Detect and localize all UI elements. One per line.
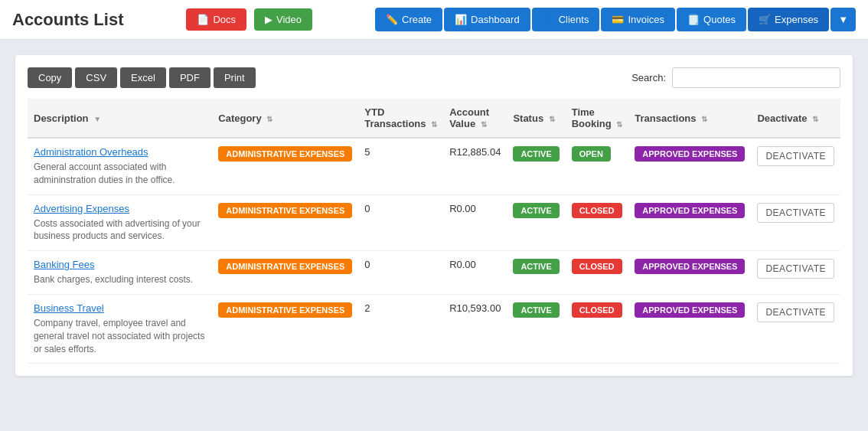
- page-title: Accounts List: [12, 10, 123, 30]
- pdf-button[interactable]: PDF: [169, 67, 210, 88]
- quotes-icon: 🗒️: [687, 14, 700, 25]
- category-badge: ADMINISTRATIVE EXPENSES: [218, 146, 352, 162]
- time-booking-badge: OPEN: [572, 146, 611, 162]
- cell-transactions: APPROVED EXPENSES: [628, 251, 751, 295]
- cell-value: R0.00: [443, 194, 507, 251]
- accounts-card: Copy CSV Excel PDF Print Search: Descrip…: [15, 55, 853, 376]
- cell-description: Business Travel Company travel, employee…: [28, 294, 212, 363]
- cell-deactivate: DEACTIVATE: [751, 251, 840, 295]
- account-description: Bank charges, excluding interest costs.: [34, 274, 193, 285]
- dashboard-icon: 📊: [455, 14, 467, 25]
- expenses-button[interactable]: 🛒 Expenses: [748, 8, 829, 31]
- cell-ytd: 2: [358, 294, 443, 363]
- docs-label: Docs: [213, 14, 236, 25]
- sort-icon: ⇅: [812, 115, 818, 123]
- cell-time-booking: CLOSED: [566, 294, 629, 363]
- col-description: Description ▼: [28, 99, 212, 138]
- docs-icon: 📄: [197, 14, 209, 25]
- account-link[interactable]: Banking Fees: [34, 259, 206, 270]
- col-status: Status ⇅: [507, 99, 565, 138]
- copy-button[interactable]: Copy: [28, 67, 72, 88]
- cell-time-booking: CLOSED: [566, 251, 629, 295]
- cell-ytd: 0: [358, 251, 443, 295]
- transactions-badge: APPROVED EXPENSES: [635, 302, 745, 318]
- invoices-button[interactable]: 💳 Invoices: [601, 8, 675, 31]
- main-content: Copy CSV Excel PDF Print Search: Descrip…: [0, 40, 868, 391]
- docs-button[interactable]: 📄 Docs: [186, 8, 246, 31]
- transactions-badge: APPROVED EXPENSES: [635, 146, 745, 162]
- sort-icon: ⇅: [616, 120, 622, 129]
- create-button[interactable]: ✏️ Create: [375, 8, 442, 31]
- cell-status: ACTIVE: [507, 138, 565, 194]
- clients-icon: 👤: [543, 14, 555, 25]
- cell-time-booking: OPEN: [566, 138, 629, 194]
- video-label: Video: [276, 14, 302, 25]
- col-category: Category ⇅: [212, 99, 358, 138]
- cell-time-booking: CLOSED: [566, 194, 629, 251]
- deactivate-button[interactable]: DEACTIVATE: [757, 203, 834, 223]
- cell-status: ACTIVE: [507, 194, 565, 251]
- cell-deactivate: DEACTIVATE: [751, 138, 840, 194]
- sort-icon: ▼: [93, 115, 101, 123]
- account-link[interactable]: Administration Overheads: [34, 146, 206, 158]
- quotes-button[interactable]: 🗒️ Quotes: [677, 8, 746, 31]
- cell-description: Administration Overheads General account…: [28, 138, 212, 194]
- sort-icon: ⇅: [701, 115, 707, 123]
- video-icon: ▶: [265, 14, 272, 25]
- account-description: Costs associated with advertising of you…: [34, 218, 200, 242]
- deactivate-button[interactable]: DEACTIVATE: [757, 259, 834, 279]
- time-booking-badge: CLOSED: [572, 203, 622, 218]
- cell-transactions: APPROVED EXPENSES: [628, 138, 751, 194]
- table-row: Administration Overheads General account…: [28, 138, 840, 194]
- category-badge: ADMINISTRATIVE EXPENSES: [218, 259, 352, 274]
- deactivate-button[interactable]: DEACTIVATE: [757, 302, 834, 322]
- cell-ytd: 0: [358, 194, 443, 251]
- col-ytd: YTDTransactions ⇅: [358, 99, 443, 138]
- status-badge: ACTIVE: [513, 146, 559, 162]
- table-row: Banking Fees Bank charges, excluding int…: [28, 251, 840, 295]
- account-description: General account associated with adminins…: [34, 162, 175, 185]
- video-button[interactable]: ▶ Video: [254, 8, 312, 31]
- cell-category: ADMINISTRATIVE EXPENSES: [212, 294, 358, 363]
- cell-description: Advertising Expenses Costs associated wi…: [28, 194, 212, 251]
- sort-icon: ⇅: [431, 120, 437, 129]
- dashboard-button[interactable]: 📊 Dashboard: [444, 8, 530, 31]
- cell-value: R12,885.04: [443, 138, 507, 194]
- clients-button[interactable]: 👤 Clients: [532, 8, 600, 31]
- col-value: AccountValue ⇅: [443, 99, 507, 138]
- expenses-icon: 🛒: [759, 14, 771, 25]
- cell-category: ADMINISTRATIVE EXPENSES: [212, 251, 358, 295]
- toolbar: Copy CSV Excel PDF Print Search:: [28, 67, 840, 88]
- table-header-row: Description ▼ Category ⇅ YTDTransactions…: [28, 99, 840, 138]
- account-link[interactable]: Business Travel: [34, 302, 206, 314]
- transactions-badge: APPROVED EXPENSES: [635, 203, 745, 218]
- sort-icon: ⇅: [549, 115, 555, 123]
- table-row: Advertising Expenses Costs associated wi…: [28, 194, 840, 251]
- account-link[interactable]: Advertising Expenses: [34, 203, 206, 214]
- col-transactions: Transactions ⇅: [628, 99, 751, 138]
- status-badge: ACTIVE: [513, 203, 559, 218]
- cell-deactivate: DEACTIVATE: [751, 294, 840, 363]
- col-time-booking: TimeBooking ⇅: [566, 99, 629, 138]
- nav-dropdown-button[interactable]: ▼: [830, 8, 856, 31]
- cell-value: R0.00: [443, 251, 507, 295]
- csv-button[interactable]: CSV: [75, 67, 117, 88]
- cell-category: ADMINISTRATIVE EXPENSES: [212, 138, 358, 194]
- cell-transactions: APPROVED EXPENSES: [628, 194, 751, 251]
- account-description: Company travel, employee travel and gene…: [34, 318, 204, 354]
- invoices-icon: 💳: [612, 14, 624, 25]
- table-row: Business Travel Company travel, employee…: [28, 294, 840, 363]
- search-group: Search:: [631, 67, 840, 88]
- search-input[interactable]: [672, 67, 840, 88]
- category-badge: ADMINISTRATIVE EXPENSES: [218, 302, 352, 318]
- time-booking-badge: CLOSED: [572, 302, 622, 318]
- accounts-table: Description ▼ Category ⇅ YTDTransactions…: [28, 99, 840, 364]
- cell-status: ACTIVE: [507, 251, 565, 295]
- create-icon: ✏️: [386, 14, 398, 25]
- print-button[interactable]: Print: [214, 67, 256, 88]
- sort-icon: ⇅: [481, 120, 487, 129]
- deactivate-button[interactable]: DEACTIVATE: [757, 146, 834, 166]
- excel-button[interactable]: Excel: [120, 67, 166, 88]
- cell-value: R10,593.00: [443, 294, 507, 363]
- category-badge: ADMINISTRATIVE EXPENSES: [218, 203, 352, 218]
